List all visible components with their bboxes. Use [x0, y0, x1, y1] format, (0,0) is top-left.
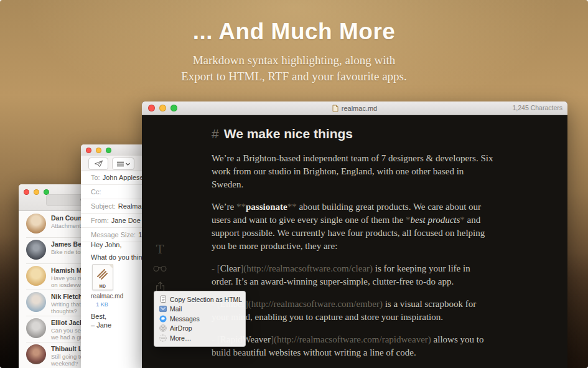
list-item-rapidweaver: - [RapidWeaver](http://realmacsoftware.c…: [212, 333, 588, 359]
window-title: realmac.md: [142, 101, 567, 115]
messages-icon: [159, 315, 167, 323]
menu-item-messages[interactable]: Messages: [154, 314, 245, 324]
page-title: ... And Much More: [0, 19, 588, 45]
list-item-ember: - [Ember](http://realmacsoftware.com/emb…: [212, 298, 588, 324]
body-text: – Jane: [91, 321, 111, 329]
minimize-button[interactable]: [34, 189, 39, 195]
hash-syntax: #: [212, 126, 219, 141]
editor-text-area[interactable]: #We make nice things We’re a Brighton-ba…: [212, 126, 588, 368]
paragraph: We’re **passionate** about building grea…: [212, 201, 588, 253]
typography-tool-icon[interactable]: T: [156, 243, 164, 255]
character-count: 1,245 Characters: [512, 101, 562, 115]
file-type-badge: MD: [93, 284, 113, 288]
body-text: Hey John,: [91, 241, 122, 248]
close-button[interactable]: [86, 148, 91, 153]
editor-sidebar: T: [149, 243, 170, 294]
close-button[interactable]: [24, 189, 29, 195]
avatar: [26, 318, 46, 338]
attachment-filename: realmac.md: [91, 293, 123, 300]
share-menu: Copy Selection as HTML Mail Messages Air…: [154, 291, 246, 347]
menu-item-copy-selection-as-html[interactable]: Copy Selection as HTML: [154, 295, 245, 304]
page-fold: [108, 264, 113, 269]
attachment-file-icon[interactable]: MD: [92, 264, 113, 290]
menu-item-more[interactable]: More…: [154, 333, 245, 343]
message-preview: weekend?: [51, 360, 78, 367]
markdown-art-icon: [96, 268, 108, 281]
header-fields-menu-button[interactable]: [112, 158, 134, 170]
mail-icon: [159, 305, 167, 313]
avatar: [26, 214, 46, 234]
window-title-text: realmac.md: [342, 105, 377, 112]
editor-titlebar: realmac.md 1,245 Characters: [142, 101, 567, 115]
paragraph: We’re a Brighton-based independent team …: [212, 152, 588, 191]
zoom-button[interactable]: [106, 148, 111, 153]
list-item-clear: - [Clear](http://realmacsoftware.com/cle…: [212, 262, 588, 288]
airdrop-icon: [159, 324, 167, 332]
promo-screenshot: ... And Much More Markdown syntax highli…: [0, 0, 588, 368]
page-subtitle-line2: Export to HTML, RTF and your favourite a…: [0, 70, 588, 83]
document-icon: [332, 105, 338, 112]
menu-item-mail[interactable]: Mail: [154, 304, 245, 314]
markdown-heading: #We make nice things: [212, 126, 588, 141]
avatar: [26, 266, 46, 286]
hamburger-icon: [117, 161, 124, 167]
avatar: [26, 240, 46, 260]
body-text: Best,: [91, 313, 106, 320]
message-preview: thoughts?: [51, 308, 77, 314]
chevron-down-icon: [126, 163, 130, 166]
menu-item-airdrop[interactable]: AirDrop: [154, 324, 245, 334]
attachment-size: 1 KB: [92, 301, 112, 308]
send-button[interactable]: [88, 158, 108, 170]
more-icon: [159, 334, 167, 342]
avatar: [26, 344, 46, 364]
minimize-button[interactable]: [96, 148, 101, 153]
page-subtitle-line1: Markdown syntax highlighting, along with: [0, 54, 588, 67]
paper-plane-icon: [94, 160, 103, 167]
preview-glasses-icon[interactable]: [153, 263, 167, 273]
copy-html-icon: [159, 295, 167, 303]
avatar: [26, 292, 46, 312]
